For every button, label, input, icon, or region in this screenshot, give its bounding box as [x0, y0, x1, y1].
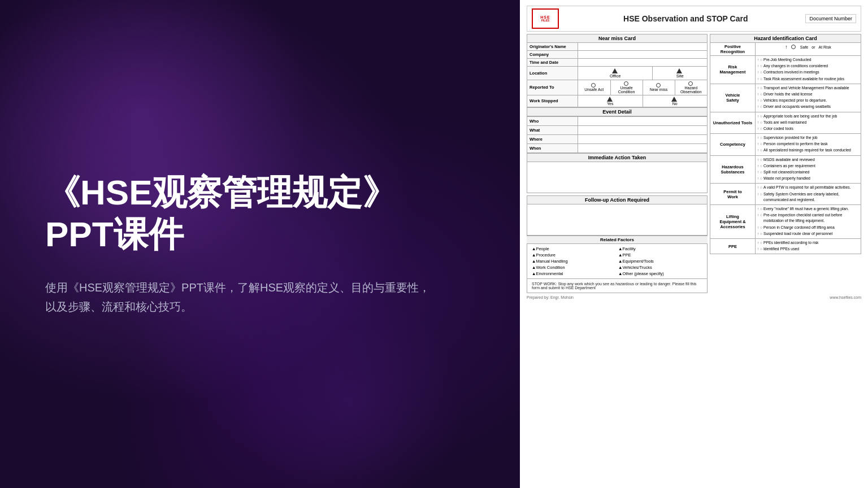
- item-text: Appropriate tools are being used for the…: [763, 114, 837, 119]
- checklist-item: ↑ ○ Supervision provided for the job: [757, 135, 859, 141]
- checklist-item: ↑ ○ Pre-Job Meeting Conducted: [757, 57, 859, 63]
- item-text: Containers as per requirement: [763, 163, 815, 169]
- left-panel: 《HSE观察管理规定》 PPT课件 使用《HSE观察管理规定》PPT课件，了解H…: [0, 0, 520, 488]
- checklist-item: ↑ ○ Appropriate tools are being used for…: [757, 114, 859, 119]
- table-row: VehicleSafety ↑ ○ Transport and Vehicle …: [710, 84, 861, 112]
- checklist-item: ↑ ○ Driver and occupants wearing seatbel…: [757, 104, 859, 110]
- hazardous-checklist: ↑ ○ MSDS available and reviewed ↑ ○ Cont…: [757, 157, 859, 182]
- item-text: MSDS available and reviewed: [763, 157, 815, 163]
- circle-icon: [624, 81, 628, 86]
- risk-mgmt-label: RiskManagement: [710, 56, 756, 84]
- item-text: A valid PTW is required for all permitta…: [763, 185, 851, 190]
- table-row: Time and Date: [527, 59, 708, 67]
- prepared-by: Prepared by: Engr. Mohsin: [527, 295, 574, 299]
- checklist-item: ↑ ○ Pre-use inspection checklist carried…: [757, 212, 859, 224]
- who-label: Who: [527, 116, 578, 125]
- no-cell: No: [643, 95, 707, 107]
- item-text: Driver holds the valid license: [763, 91, 813, 97]
- checklist-item: ↑ ○ Suspended load route clear of person…: [757, 231, 859, 237]
- field-label: Company: [527, 51, 578, 59]
- checklist-item: ↑ ○ Identified PPEs used: [757, 246, 859, 252]
- checklist-item: ↑ ○ Containers as per requirement: [757, 163, 859, 169]
- tools-checklist: ↑ ○ Appropriate tools are being used for…: [757, 114, 859, 132]
- event-table: Who What Where When: [527, 116, 708, 153]
- item-text: Driver and occupants wearing seatbelts: [763, 104, 831, 110]
- checklist-item: ↑ ○ Driver holds the valid license: [757, 91, 859, 97]
- permit-content: ↑ ○ A valid PTW is required for all perm…: [756, 184, 861, 205]
- where-value: [578, 134, 708, 143]
- item-text: Transport and Vehicle Management Plan av…: [763, 85, 849, 91]
- table-row: LiftingEquipment &Accessories ↑ ○ Every …: [710, 204, 861, 238]
- item-text: Task Risk assessment available for routi…: [763, 76, 844, 82]
- table-row: Yes No: [578, 95, 707, 107]
- location-cell: Office Site: [578, 67, 708, 80]
- checklist-item: ↑ ○ Safety System Overrides are clearly …: [757, 191, 859, 203]
- checklist-item: ↑ ○ Transport and Vehicle Management Pla…: [757, 85, 859, 91]
- pos-rec-label: Positive Recognition: [710, 43, 756, 56]
- table-row: PPE ↑ ○ PPEs identified according to ris…: [710, 238, 861, 254]
- item-text: Waste not properly handled: [763, 176, 810, 181]
- table-row: Reported To Unsafe Act Unsafe Condition: [527, 80, 708, 95]
- rf-env: ▲Environmental: [531, 271, 617, 277]
- field-label: Reported To: [527, 80, 578, 95]
- arrow-up-icon: ↑: [785, 44, 788, 50]
- item-text: Every "routine" lift must have a generic…: [763, 206, 849, 212]
- item-text: All specialized trainings required for t…: [763, 147, 851, 153]
- checklist-item: ↑ ○ Task Risk assessment available for r…: [757, 76, 859, 82]
- rf-vehicles: ▲Vehicles/Trucks: [617, 264, 704, 271]
- related-factors-header: Related Factors: [527, 236, 708, 244]
- checklist-item: ↑ ○ PPEs identified according to risk: [757, 240, 859, 246]
- rf-other: ▲Other (please specify): [617, 271, 704, 277]
- table-row: Competency ↑ ○ Supervision provided for …: [710, 134, 861, 156]
- risk-mgmt-content: ↑ ○ Pre-Job Meeting Conducted ↑ ○ Any ch…: [756, 56, 861, 84]
- table-row: Permit toWork ↑ ○ A valid PTW is require…: [710, 184, 861, 205]
- right-panel: HSE FILES HSE Observation and STOP Card …: [520, 0, 868, 488]
- vehicle-checklist: ↑ ○ Transport and Vehicle Management Pla…: [757, 85, 859, 110]
- rf-equipment: ▲Equipment/Tools: [617, 258, 704, 264]
- item-text: Color coded tools: [763, 126, 793, 132]
- main-title: 《HSE观察管理规定》 PPT课件: [45, 172, 475, 256]
- table-row: What: [527, 125, 708, 134]
- item-text: Spill not cleaned/contained: [763, 169, 809, 175]
- lifting-content: ↑ ○ Every "routine" lift must have a gen…: [756, 204, 861, 238]
- hazard-col: Hazard Identification Card Positive Reco…: [710, 34, 861, 293]
- circle-icon: [656, 83, 661, 88]
- or-label: or: [811, 45, 815, 49]
- table-row: Where: [527, 134, 708, 143]
- field-label: Location: [527, 67, 578, 80]
- near-miss-table: Originator's Name Company Time and Date …: [527, 42, 708, 107]
- table-row: Originator's Name: [527, 43, 708, 51]
- table-row: HazardousSubstances ↑ ○ MSDS available a…: [710, 155, 861, 184]
- rf-procedure: ▲Procedure: [531, 252, 617, 258]
- rf-people: ▲People: [531, 246, 617, 252]
- work-stopped-subtable: Yes No: [578, 95, 707, 107]
- checklist-item: ↑ ○ A valid PTW is required for all perm…: [757, 185, 859, 190]
- item-text: Suspended load route clear of personnel: [763, 231, 832, 237]
- item-text: Tools are well maintained: [763, 120, 806, 125]
- field-label: Time and Date: [527, 59, 578, 67]
- near-miss-cell: Near miss: [643, 80, 675, 95]
- near-miss-header: Near miss Card: [527, 34, 708, 42]
- item-text: Pre-use inspection checklist carried out…: [763, 212, 859, 224]
- checklist-item: ↑ ○ Person competent to perform the task: [757, 141, 859, 147]
- ppe-checklist: ↑ ○ PPEs identified according to risk ↑ …: [757, 240, 859, 252]
- card-title: HSE Observation and STOP Card: [566, 14, 805, 23]
- table-row: Work Stopped Yes No: [527, 95, 708, 107]
- pos-rec-content: ↑ Safe or At Risk: [756, 43, 861, 56]
- item-text: Any changes in conditions considered: [763, 63, 828, 69]
- safe-label: Safe: [800, 45, 808, 49]
- lifting-label: LiftingEquipment &Accessories: [710, 204, 756, 238]
- item-text: Vehicles inspected prior to departure.: [763, 98, 827, 103]
- permit-label: Permit toWork: [710, 184, 756, 205]
- pos-rec-row: ↑ Safe or At Risk: [757, 44, 859, 50]
- hse-logo: HSE FILES: [532, 8, 559, 29]
- checklist-item: ↑ ○ All specialized trainings required f…: [757, 147, 859, 153]
- rf-manual: ▲Manual Handling: [531, 258, 617, 264]
- hazard-header: Hazard Identification Card: [710, 34, 861, 42]
- item-text: Identified PPEs used: [763, 246, 799, 252]
- item-text: Contractors involved in meetings: [763, 69, 819, 75]
- checklist-item: ↑ ○ Vehicles inspected prior to departur…: [757, 98, 859, 103]
- related-factors: ▲People ▲Facility ▲Procedure ▲PPE ▲Manua…: [527, 244, 708, 279]
- table-row: Positive Recognition ↑ Safe or At Risk: [710, 43, 861, 56]
- hazard-table: Positive Recognition ↑ Safe or At Risk: [710, 42, 861, 254]
